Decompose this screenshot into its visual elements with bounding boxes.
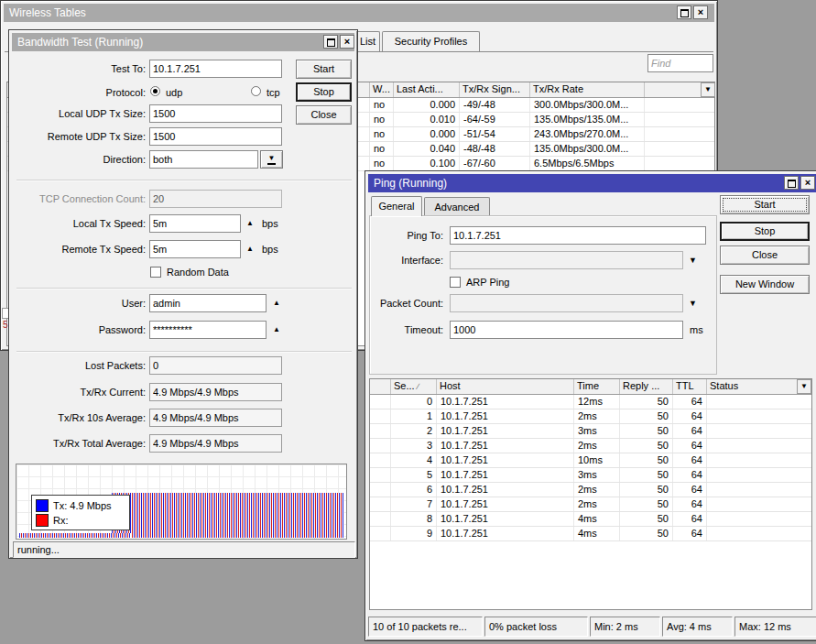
table-row[interactable]: 710.1.7.2512ms5064 xyxy=(370,497,811,512)
col-w[interactable]: W... xyxy=(370,82,394,97)
close-button[interactable]: × xyxy=(340,35,354,49)
close-button[interactable]: Close xyxy=(296,105,352,125)
remote-udp-size-input[interactable] xyxy=(149,127,282,146)
password-input[interactable] xyxy=(149,321,267,339)
window-title: Wireless Tables xyxy=(9,6,86,19)
txrx-total-average-value xyxy=(149,434,282,453)
direction-input[interactable] xyxy=(149,150,258,169)
up-arrow-icon[interactable]: ▲ xyxy=(246,246,254,253)
direction-dropdown-button[interactable]: ▼ xyxy=(260,150,283,169)
col-time[interactable]: Time xyxy=(574,379,620,394)
column-menu-button[interactable]: ▼ xyxy=(701,82,715,97)
ttl-cell: 64 xyxy=(673,424,707,438)
ttl-cell: 64 xyxy=(673,497,707,511)
timeout-input[interactable] xyxy=(450,321,683,339)
ping-status-loss: 0% packet loss xyxy=(484,617,588,637)
start-button[interactable]: Start xyxy=(720,195,810,214)
col-txrx-rate[interactable]: Tx/Rx Rate xyxy=(530,82,645,97)
tab-general[interactable]: General xyxy=(371,196,422,216)
close-button[interactable]: Close xyxy=(720,246,810,265)
time-cell: 2ms xyxy=(574,409,620,423)
maximize-button[interactable] xyxy=(677,5,691,19)
txrx-rate-cell: 135.0Mbps/300.0M... xyxy=(530,142,645,156)
maximize-button[interactable] xyxy=(784,176,799,190)
window-title: Bandwidth Test (Running) xyxy=(17,36,143,49)
remote-tx-speed-input[interactable] xyxy=(149,240,241,258)
col-host[interactable]: Host xyxy=(437,379,574,394)
up-arrow-icon[interactable]: ▲ xyxy=(273,300,280,307)
wireless-titlebar[interactable]: Wireless Tables xyxy=(4,4,714,22)
table-row[interactable]: 010.1.7.25112ms5064 xyxy=(370,395,811,409)
close-button[interactable]: × xyxy=(693,5,708,19)
arp-ping-checkbox[interactable] xyxy=(450,277,461,288)
col-ttl[interactable]: TTL xyxy=(673,379,707,394)
user-label: User: xyxy=(9,298,146,309)
ping-to-input[interactable] xyxy=(450,226,706,245)
stop-button[interactable]: Stop xyxy=(296,82,352,102)
table-row[interactable]: 510.1.7.2513ms5064 xyxy=(370,468,811,483)
txrx-signal-cell: -64/-59 xyxy=(460,113,530,126)
close-button[interactable]: × xyxy=(800,176,815,190)
close-icon: × xyxy=(341,36,354,48)
local-tx-speed-input[interactable] xyxy=(149,214,241,233)
tcp-label[interactable]: tcp xyxy=(267,87,280,98)
last-activity-cell: 0.000 xyxy=(394,98,460,112)
interface-combo[interactable] xyxy=(450,251,683,269)
spacer-cell xyxy=(645,113,714,126)
table-row[interactable]: 910.1.7.2514ms5064 xyxy=(370,527,811,541)
tab-security-profiles[interactable]: Security Profiles xyxy=(382,31,480,51)
separator xyxy=(16,180,352,181)
txrx-10s-average-label: Tx/Rx 10s Average: xyxy=(9,412,146,423)
graph-bars-baseline xyxy=(19,533,131,538)
spacer-cell xyxy=(370,497,391,511)
packet-count-combo[interactable] xyxy=(450,294,683,312)
desktop: { "wireless": { "title": "Wireless Table… xyxy=(0,0,816,644)
chevron-down-icon: ▼ xyxy=(800,382,808,390)
table-row[interactable]: 610.1.7.2512ms5064 xyxy=(370,483,811,497)
new-window-button[interactable]: New Window xyxy=(720,275,810,294)
maximize-button[interactable] xyxy=(323,35,338,49)
start-button[interactable]: Start xyxy=(296,60,352,79)
col-seq[interactable]: Se...∕ xyxy=(391,379,437,394)
w-cell: no xyxy=(370,113,394,126)
table-row[interactable]: 210.1.7.2513ms5064 xyxy=(370,424,811,439)
table-row[interactable]: 410.1.7.25110ms5064 xyxy=(370,453,811,468)
txrx-current-label: Tx/Rx Current: xyxy=(9,387,146,398)
last-activity-cell: 0.000 xyxy=(394,127,460,141)
tab-advanced[interactable]: Advanced xyxy=(424,197,490,215)
test-to-input[interactable] xyxy=(149,60,282,78)
udp-label[interactable]: udp xyxy=(166,87,182,98)
table-row[interactable]: 810.1.7.2514ms5064 xyxy=(370,512,811,527)
stop-button[interactable]: Stop xyxy=(720,222,810,241)
spacer-cell xyxy=(370,483,391,497)
arp-ping-label[interactable]: ARP Ping xyxy=(466,277,510,288)
ping-table-header[interactable]: Se...∕ Host Time Reply ... TTL Status xyxy=(370,379,811,395)
up-arrow-icon[interactable]: ▲ xyxy=(246,220,254,227)
ping-titlebar[interactable]: Ping (Running) xyxy=(368,174,816,192)
table-row[interactable]: 110.1.7.2512ms5064 xyxy=(370,409,811,424)
col-txrx-signal[interactable]: Tx/Rx Sign... xyxy=(460,82,530,97)
status-text: running... xyxy=(17,544,60,555)
user-input[interactable] xyxy=(149,294,267,312)
random-data-checkbox[interactable] xyxy=(150,267,161,278)
dropdown-arrow-icon[interactable]: ▼ xyxy=(689,256,697,265)
table-row[interactable]: 310.1.7.2512ms5064 xyxy=(370,439,811,453)
bwtest-titlebar[interactable]: Bandwidth Test (Running) xyxy=(12,33,354,51)
up-arrow-icon[interactable]: ▲ xyxy=(273,326,280,333)
col-last-activity[interactable]: Last Acti... xyxy=(394,82,460,97)
dropdown-arrow-icon[interactable]: ▼ xyxy=(689,299,697,308)
protocol-udp-radio[interactable] xyxy=(150,86,160,96)
spacer-cell xyxy=(370,453,391,467)
sort-ascending-icon: ∕ xyxy=(418,382,419,391)
status-cell xyxy=(707,409,811,423)
column-menu-button[interactable]: ▼ xyxy=(797,379,811,394)
col-reply[interactable]: Reply ... xyxy=(620,379,673,394)
reply-cell: 50 xyxy=(620,439,673,453)
col-status[interactable]: Status xyxy=(707,379,811,394)
chevron-down-icon: ▼ xyxy=(704,85,712,93)
random-data-label[interactable]: Random Data xyxy=(167,267,229,278)
local-udp-size-input[interactable] xyxy=(149,104,282,123)
protocol-tcp-radio[interactable] xyxy=(251,86,261,96)
spacer-cell xyxy=(645,142,714,156)
find-input[interactable] xyxy=(647,54,713,72)
